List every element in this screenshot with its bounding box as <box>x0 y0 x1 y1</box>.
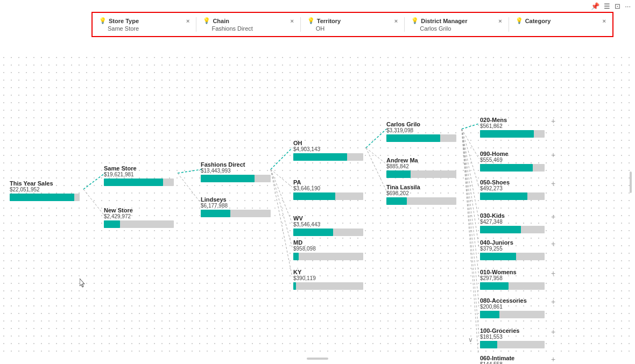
bottom-scrollbar[interactable] <box>307 358 328 360</box>
bar-item-lindseys[interactable]: Lindseys $6,177,988 <box>201 196 271 217</box>
plus-btn-100-groceries[interactable]: + <box>551 327 555 336</box>
bar-item-md[interactable]: MD $958,098 <box>293 239 363 260</box>
bar-item-tina-lassila[interactable]: Tina Lassila $698,202 <box>386 184 456 205</box>
bar-label-carlos-grilo: Carlos Grilo <box>386 121 456 127</box>
svg-line-15 <box>462 129 479 220</box>
filter-territory-close[interactable]: × <box>394 18 398 24</box>
bar-label-100-groceries: 100-Groceries <box>480 327 545 334</box>
svg-line-3 <box>178 173 202 204</box>
plus-btn-030-kids[interactable]: + <box>551 212 555 221</box>
svg-line-5 <box>271 169 292 187</box>
bar-value-md: $958,098 <box>293 246 363 252</box>
bar-value-new-store: $2,429,972 <box>104 213 174 219</box>
bar-item-030-kids[interactable]: 030-Kids $427,348 <box>480 212 545 233</box>
bar-item-pa[interactable]: PA $3,646,190 <box>293 179 363 200</box>
svg-line-17 <box>462 129 479 277</box>
svg-line-6 <box>271 169 292 223</box>
filter-bulb-icon-5: 💡 <box>516 17 523 24</box>
pin-icon[interactable]: 📌 <box>591 2 599 10</box>
bar-item-080-accessories[interactable]: 080-Accessories $200,861 <box>480 297 545 318</box>
bar-item-040-juniors[interactable]: 040-Juniors $379,255 <box>480 239 545 260</box>
filter-store-type-label: Store Type <box>109 18 184 24</box>
bar-item-oh[interactable]: OH $4,903,143 <box>293 140 363 161</box>
bar-value-060-intimate: $144,558 <box>480 361 545 364</box>
svg-line-4 <box>271 148 292 169</box>
bar-value-this-year-sales: $22,051,952 <box>10 187 80 192</box>
bar-label-new-store: New Store <box>104 207 174 213</box>
bar-item-carlos-grilo[interactable]: Carlos Grilo $3,319,098 <box>386 121 456 142</box>
svg-line-11 <box>366 148 386 191</box>
filter-store-type-close[interactable]: × <box>186 18 189 24</box>
menu-icon[interactable]: ☰ <box>604 2 610 10</box>
plus-btn-050-shoes[interactable]: + <box>551 179 555 188</box>
bar-item-wv[interactable]: WV $3,546,443 <box>293 215 363 236</box>
filter-bulb-icon-3: 💡 <box>307 17 315 24</box>
expand-icon[interactable]: ⊡ <box>615 2 620 10</box>
bar-value-andrew-ma: $885,842 <box>386 163 456 169</box>
svg-line-0 <box>83 173 105 189</box>
filter-category-label: Category <box>525 18 601 24</box>
bar-item-this-year-sales[interactable]: This Year Sales $22,051,952 <box>10 180 80 201</box>
plus-btn-010-womens[interactable]: + <box>551 269 555 277</box>
filter-dm-close[interactable]: × <box>498 18 502 24</box>
bar-item-ky[interactable]: KY $390,119 <box>293 269 363 290</box>
bar-item-same-store[interactable]: Same Store $19,621,981 <box>104 165 174 186</box>
bar-label-ky: KY <box>293 269 363 275</box>
svg-line-8 <box>271 169 292 277</box>
bar-label-010-womens: 010-Womens <box>480 269 545 275</box>
svg-line-12 <box>462 124 479 129</box>
svg-line-1 <box>83 189 105 216</box>
filter-dm-label: District Manager <box>421 18 496 24</box>
bar-label-fashions-direct: Fashions Direct <box>201 161 271 168</box>
bar-value-fashions-direct: $13,443,993 <box>201 168 271 174</box>
bar-label-andrew-ma: Andrew Ma <box>386 157 456 163</box>
filter-chain-close[interactable]: × <box>290 18 293 24</box>
bar-item-060-intimate[interactable]: 060-Intimate $144,558 <box>480 355 545 364</box>
filter-territory: 💡 Territory × OH <box>305 16 400 33</box>
right-scrollbar[interactable] <box>630 172 632 193</box>
plus-btn-040-juniors[interactable]: + <box>551 239 555 248</box>
bar-item-fashions-direct[interactable]: Fashions Direct $13,443,993 <box>201 161 271 182</box>
filter-bar: 💡 Store Type × Same Store 💡 Chain × Fash… <box>91 12 613 37</box>
filter-divider-2 <box>300 17 301 32</box>
filter-category: 💡 Category × <box>513 16 608 33</box>
bar-label-oh: OH <box>293 140 363 146</box>
svg-line-16 <box>462 129 479 247</box>
svg-line-13 <box>462 129 479 159</box>
svg-line-18 <box>462 129 479 305</box>
bar-value-090-home: $555,469 <box>480 157 545 163</box>
plus-btn-020-mens[interactable]: + <box>551 117 555 125</box>
bar-value-ky: $390,119 <box>293 275 363 281</box>
plus-btn-090-home[interactable]: + <box>551 151 555 159</box>
bar-value-oh: $4,903,143 <box>293 146 363 152</box>
bar-value-pa: $3,646,190 <box>293 185 363 191</box>
more-icon[interactable]: ··· <box>625 2 631 10</box>
filter-chain: 💡 Chain × Fashions Direct <box>201 16 295 33</box>
filter-bulb-icon-2: 💡 <box>203 17 210 24</box>
bar-item-090-home[interactable]: 090-Home $555,469 <box>480 151 545 172</box>
filter-territory-label: Territory <box>317 18 392 24</box>
bar-value-carlos-grilo: $3,319,098 <box>386 127 456 133</box>
bar-item-020-mens[interactable]: 020-Mens $561,862 <box>480 117 545 138</box>
bar-value-040-juniors: $379,255 <box>480 246 545 252</box>
bar-item-050-shoes[interactable]: 050-Shoes $492,273 <box>480 179 545 200</box>
bar-item-010-womens[interactable]: 010-Womens $297,958 <box>480 269 545 290</box>
bar-label-050-shoes: 050-Shoes <box>480 179 545 185</box>
svg-line-9 <box>366 129 386 148</box>
filter-category-close[interactable]: × <box>603 18 606 24</box>
bar-value-010-womens: $297,958 <box>480 275 545 281</box>
scroll-down-icon[interactable]: ∨ <box>468 336 473 344</box>
svg-line-2 <box>178 169 202 173</box>
bar-value-lindseys: $6,177,988 <box>201 203 271 209</box>
bar-label-lindseys: Lindseys <box>201 196 271 203</box>
bar-item-100-groceries[interactable]: 100-Groceries $181,553 <box>480 327 545 348</box>
filter-district-manager: 💡 District Manager × Carlos Grilo <box>409 16 504 33</box>
bar-item-andrew-ma[interactable]: Andrew Ma $885,842 <box>386 157 456 178</box>
filter-store-type-value: Same Store <box>99 25 189 32</box>
filter-territory-value: OH <box>307 25 398 32</box>
plus-btn-080-accessories[interactable]: + <box>551 297 555 306</box>
svg-line-10 <box>366 148 386 164</box>
plus-btn-060-intimate[interactable]: + <box>551 355 555 363</box>
chart-area: This Year Sales $22,051,952 Same Store $… <box>0 54 635 353</box>
bar-item-new-store[interactable]: New Store $2,429,972 <box>104 207 174 228</box>
